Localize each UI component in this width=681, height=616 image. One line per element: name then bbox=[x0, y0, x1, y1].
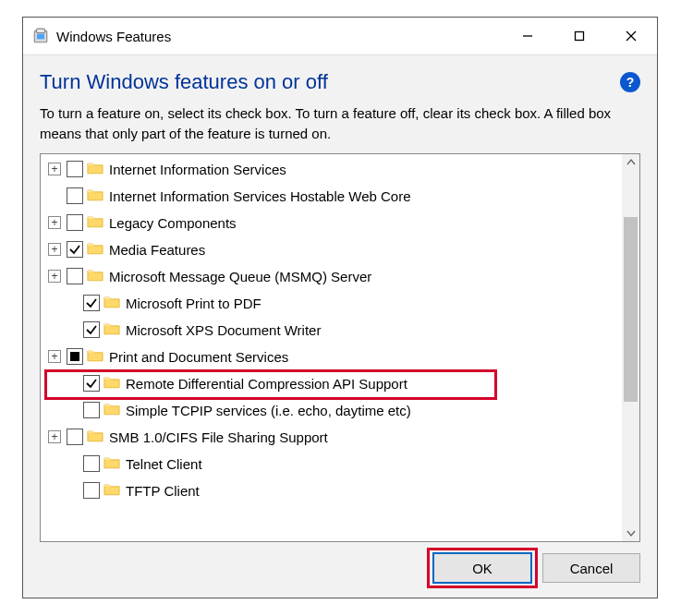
folder-icon bbox=[87, 161, 109, 177]
feature-item[interactable]: Telnet Client bbox=[41, 451, 621, 477]
expand-spacer bbox=[48, 457, 61, 470]
feature-item[interactable]: +Microsoft Message Queue (MSMQ) Server bbox=[41, 263, 621, 290]
scroll-track[interactable] bbox=[622, 171, 639, 525]
feature-label: Print and Document Services bbox=[109, 349, 288, 365]
feature-item[interactable]: +Print and Document Services bbox=[41, 344, 621, 370]
expand-spacer bbox=[48, 323, 61, 336]
feature-label: Internet Information Services bbox=[109, 162, 286, 177]
expand-icon[interactable]: + bbox=[48, 163, 61, 175]
expand-spacer bbox=[48, 377, 61, 390]
feature-label: Microsoft XPS Document Writer bbox=[126, 322, 321, 338]
feature-label: Legacy Components bbox=[109, 215, 237, 231]
feature-checkbox[interactable] bbox=[83, 455, 100, 472]
client-area: Turn Windows features on or off ? To tur… bbox=[23, 55, 657, 598]
feature-checkbox[interactable] bbox=[67, 268, 83, 284]
main-instruction: Turn Windows features on or off bbox=[40, 70, 328, 94]
feature-item[interactable]: Internet Information Services Hostable W… bbox=[41, 183, 621, 210]
folder-icon bbox=[87, 268, 109, 284]
expand-spacer bbox=[48, 189, 61, 202]
expand-icon[interactable]: + bbox=[48, 243, 61, 256]
feature-item[interactable]: Microsoft XPS Document Writer bbox=[41, 317, 621, 344]
feature-label: SMB 1.0/CIFS File Sharing Support bbox=[109, 429, 328, 445]
title-bar[interactable]: Windows Features bbox=[23, 18, 657, 55]
app-icon bbox=[32, 28, 49, 44]
description-text: To turn a feature on, select its check b… bbox=[40, 103, 640, 144]
folder-icon bbox=[87, 187, 109, 204]
features-tree[interactable]: +Internet Information ServicesInternet I… bbox=[41, 154, 621, 542]
ok-button[interactable]: OK bbox=[433, 553, 531, 583]
feature-checkbox[interactable] bbox=[67, 187, 83, 204]
features-listbox: +Internet Information ServicesInternet I… bbox=[40, 153, 640, 543]
cancel-label: Cancel bbox=[570, 561, 614, 576]
folder-icon bbox=[87, 241, 109, 258]
svg-rect-4 bbox=[576, 32, 584, 41]
folder-icon bbox=[87, 429, 109, 445]
expand-icon[interactable]: + bbox=[48, 430, 61, 443]
header-row: Turn Windows features on or off ? bbox=[40, 70, 640, 94]
feature-item[interactable]: Simple TCPIP services (i.e. echo, daytim… bbox=[41, 397, 621, 424]
feature-label: Telnet Client bbox=[126, 456, 202, 472]
button-row: OK Cancel bbox=[40, 553, 640, 585]
minimize-button[interactable] bbox=[502, 18, 553, 54]
feature-label: Microsoft Message Queue (MSMQ) Server bbox=[109, 269, 371, 284]
feature-checkbox[interactable] bbox=[83, 321, 100, 338]
folder-icon bbox=[103, 375, 126, 392]
feature-item[interactable]: +SMB 1.0/CIFS File Sharing Support bbox=[41, 424, 621, 451]
scroll-down-icon[interactable] bbox=[622, 525, 639, 541]
ok-label: OK bbox=[472, 561, 493, 576]
feature-checkbox[interactable] bbox=[67, 161, 83, 177]
expand-spacer bbox=[48, 484, 61, 497]
feature-label: Microsoft Print to PDF bbox=[126, 296, 261, 311]
folder-icon bbox=[103, 482, 126, 499]
feature-checkbox[interactable] bbox=[83, 375, 100, 392]
feature-item[interactable]: +Legacy Components bbox=[41, 210, 621, 236]
folder-icon bbox=[103, 321, 126, 338]
expand-icon[interactable]: + bbox=[48, 350, 61, 363]
feature-checkbox[interactable] bbox=[83, 402, 100, 418]
feature-label: Remote Differential Compression API Supp… bbox=[126, 376, 407, 392]
feature-label: Media Features bbox=[109, 242, 205, 258]
svg-rect-1 bbox=[37, 29, 45, 33]
feature-checkbox[interactable] bbox=[83, 482, 100, 499]
maximize-button[interactable] bbox=[553, 18, 605, 54]
feature-checkbox[interactable] bbox=[67, 241, 83, 258]
expand-spacer bbox=[48, 296, 61, 309]
expand-spacer bbox=[48, 404, 61, 417]
help-icon[interactable]: ? bbox=[620, 72, 640, 92]
feature-checkbox[interactable] bbox=[67, 429, 83, 445]
feature-item[interactable]: +Media Features bbox=[41, 236, 621, 263]
feature-label: Simple TCPIP services (i.e. echo, daytim… bbox=[126, 403, 411, 418]
folder-icon bbox=[103, 455, 126, 472]
scroll-thumb[interactable] bbox=[624, 217, 638, 402]
folder-icon bbox=[87, 348, 109, 365]
feature-item[interactable]: Remote Differential Compression API Supp… bbox=[41, 370, 621, 397]
scrollbar[interactable] bbox=[622, 154, 639, 542]
svg-rect-2 bbox=[37, 34, 44, 40]
expand-icon[interactable]: + bbox=[48, 216, 61, 229]
feature-item[interactable]: Microsoft Print to PDF bbox=[41, 290, 621, 317]
feature-checkbox[interactable] bbox=[67, 348, 83, 365]
feature-checkbox[interactable] bbox=[83, 295, 100, 311]
window-frame: Windows Features Turn Windows features o… bbox=[22, 17, 658, 598]
folder-icon bbox=[103, 402, 126, 418]
feature-item[interactable]: TFTP Client bbox=[41, 477, 621, 504]
expand-icon[interactable]: + bbox=[48, 270, 61, 283]
feature-item[interactable]: +Internet Information Services bbox=[41, 156, 621, 183]
close-button[interactable] bbox=[605, 18, 657, 54]
cancel-button[interactable]: Cancel bbox=[542, 553, 640, 583]
feature-label: Internet Information Services Hostable W… bbox=[109, 188, 411, 204]
feature-checkbox[interactable] bbox=[67, 214, 83, 231]
scroll-up-icon[interactable] bbox=[622, 154, 639, 171]
window-controls bbox=[502, 18, 657, 54]
window-title: Windows Features bbox=[56, 29, 171, 44]
feature-label: TFTP Client bbox=[126, 483, 200, 499]
folder-icon bbox=[103, 295, 126, 311]
folder-icon bbox=[87, 214, 109, 231]
